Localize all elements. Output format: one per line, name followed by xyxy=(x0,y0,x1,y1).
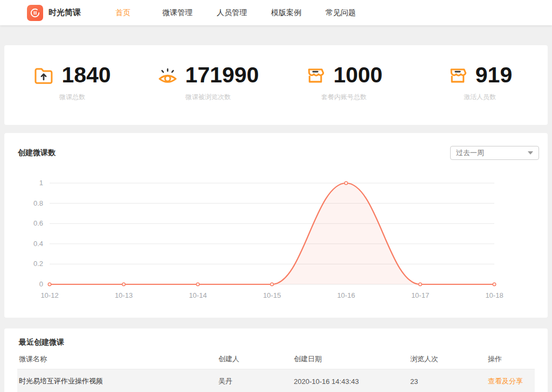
nav-item-course-management[interactable]: 微课管理 xyxy=(162,8,192,18)
col-views: 浏览人次 xyxy=(409,349,486,369)
nav-menu: 首页 微课管理 人员管理 模版案例 常见问题 xyxy=(108,8,380,18)
svg-text:0.6: 0.6 xyxy=(33,219,43,227)
col-course-name: 微课名称 xyxy=(17,349,217,369)
chart-card: 创建微课数 过去一周 00.20.40.60.8110-1210-1310-14… xyxy=(4,133,548,318)
svg-text:10-15: 10-15 xyxy=(263,291,281,299)
stat-label: 套餐内账号总数 xyxy=(321,93,367,102)
col-creator: 创建人 xyxy=(217,349,292,369)
cell-course-name: 时光易培互评作业操作视频 xyxy=(17,369,217,392)
app-logo[interactable] xyxy=(27,5,43,21)
view-share-link[interactable]: 查看及分享 xyxy=(488,377,523,385)
svg-text:0.8: 0.8 xyxy=(33,199,43,207)
chart-title: 创建微课数 xyxy=(18,148,56,158)
chevron-down-icon xyxy=(528,151,533,155)
date-range-select[interactable]: 过去一周 xyxy=(450,146,539,160)
brand-name: 时光简课 xyxy=(49,8,81,18)
svg-text:10-12: 10-12 xyxy=(40,291,58,299)
stats-card: 1840 微课总数 171990 微课被浏览次数 xyxy=(4,45,548,125)
stat-activated-users: 919 激活人员数 xyxy=(412,45,548,125)
svg-text:10-14: 10-14 xyxy=(189,291,206,299)
svg-text:10-17: 10-17 xyxy=(411,291,429,299)
logo-spiral-icon xyxy=(29,6,42,19)
nav-item-home[interactable]: 首页 xyxy=(108,8,138,18)
svg-text:0: 0 xyxy=(39,280,43,288)
svg-text:10-13: 10-13 xyxy=(115,291,133,299)
stat-label: 微课总数 xyxy=(59,93,85,102)
stat-value: 171990 xyxy=(185,62,259,88)
stat-value: 919 xyxy=(475,62,512,88)
svg-text:1: 1 xyxy=(39,179,43,187)
cell-views: 23 xyxy=(409,369,486,392)
table-row: 时光易培互评作业操作视频 吴丹 2020-10-16 14:43:43 23 查… xyxy=(17,369,535,392)
top-navbar: 时光简课 首页 微课管理 人员管理 模版案例 常见问题 xyxy=(0,0,552,25)
recent-courses-card: 最近创建微课 微课名称 创建人 创建日期 浏览人次 操作 时光易培互评作业操作视… xyxy=(4,328,548,392)
shop-icon xyxy=(447,64,468,87)
svg-text:0.4: 0.4 xyxy=(33,240,43,248)
shop-icon xyxy=(305,64,326,87)
svg-text:10-18: 10-18 xyxy=(485,291,503,299)
nav-item-template-examples[interactable]: 模版案例 xyxy=(271,8,301,18)
svg-text:0.2: 0.2 xyxy=(33,260,43,268)
stat-value: 1000 xyxy=(333,62,382,88)
nav-item-people-management[interactable]: 人员管理 xyxy=(217,8,247,18)
stat-total-courses: 1840 微课总数 xyxy=(4,45,140,125)
stat-value: 1840 xyxy=(61,62,111,88)
line-chart: 00.20.40.60.8110-1210-1310-1410-1510-161… xyxy=(4,167,548,307)
cell-create-date: 2020-10-16 14:43:43 xyxy=(292,369,409,392)
cell-creator: 吴丹 xyxy=(217,369,292,392)
stat-total-views: 171990 微课被浏览次数 xyxy=(140,45,276,125)
stat-label: 微课被浏览次数 xyxy=(185,93,231,102)
table-title: 最近创建微课 xyxy=(17,338,535,347)
folder-upload-icon xyxy=(33,64,54,87)
eye-icon xyxy=(157,64,178,87)
svg-text:10-16: 10-16 xyxy=(337,291,355,299)
col-create-date: 创建日期 xyxy=(292,349,409,369)
nav-item-faq[interactable]: 常见问题 xyxy=(326,8,356,18)
recent-courses-table: 微课名称 创建人 创建日期 浏览人次 操作 时光易培互评作业操作视频 吴丹 20… xyxy=(17,349,535,392)
stat-total-accounts: 1000 套餐内账号总数 xyxy=(276,45,412,125)
date-range-value: 过去一周 xyxy=(456,148,484,158)
table-header-row: 微课名称 创建人 创建日期 浏览人次 操作 xyxy=(17,349,535,369)
col-actions: 操作 xyxy=(486,349,535,369)
stat-label: 激活人员数 xyxy=(464,93,496,102)
